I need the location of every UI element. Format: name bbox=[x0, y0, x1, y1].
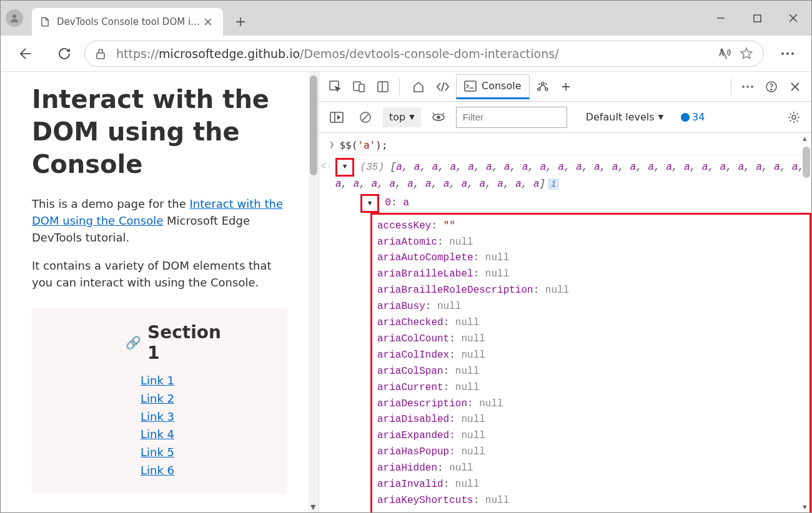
read-aloud-icon[interactable] bbox=[717, 47, 731, 61]
devtools-top-bar: Console bbox=[319, 72, 811, 102]
address-bar[interactable]: https://microsoftedge.github.io/Demos/de… bbox=[84, 41, 764, 67]
url-host: microsoftedge.github.io bbox=[159, 47, 300, 61]
svg-point-22 bbox=[437, 116, 440, 119]
console-command: $$('a'); bbox=[339, 139, 387, 151]
property-row[interactable]: ariaColSpan: null bbox=[377, 364, 797, 380]
property-row[interactable]: ariaCurrent: null bbox=[377, 380, 797, 396]
tab-close-button[interactable] bbox=[201, 14, 215, 29]
index-disclosure-triangle[interactable]: ▼ bbox=[362, 196, 377, 211]
console-icon bbox=[464, 81, 477, 92]
live-expression-icon[interactable] bbox=[427, 106, 450, 129]
devtools-tabs: Console bbox=[407, 74, 576, 99]
context-selector[interactable]: top ▼ bbox=[383, 107, 421, 127]
console-scrollbar[interactable]: ▲ ▼ bbox=[801, 133, 811, 513]
device-toggle-icon[interactable] bbox=[348, 76, 370, 98]
dock-side-icon[interactable] bbox=[372, 76, 394, 98]
svg-point-11 bbox=[542, 82, 544, 85]
info-dot-icon bbox=[681, 113, 690, 122]
window-minimize-button[interactable] bbox=[703, 1, 739, 36]
property-row[interactable]: ariaColCount: null bbox=[377, 331, 797, 348]
console-command-row[interactable]: ❯ $$('a'); bbox=[329, 138, 811, 152]
property-row[interactable]: ariaChecked: null bbox=[377, 315, 797, 331]
property-row[interactable]: ariaBrailleLabel: null bbox=[377, 266, 797, 283]
browser-titlebar: DevTools Console tool DOM inte bbox=[1, 1, 811, 36]
tab-title: DevTools Console tool DOM inte bbox=[57, 16, 201, 27]
divider bbox=[399, 79, 400, 95]
profile-avatar[interactable] bbox=[6, 9, 23, 27]
array-index-0-row[interactable]: ▼ 0: a bbox=[329, 194, 811, 213]
property-row[interactable]: ariaInvalid: null bbox=[377, 477, 797, 493]
devtools-help-button[interactable] bbox=[760, 76, 783, 98]
svg-point-5 bbox=[791, 52, 794, 55]
devtools-more-button[interactable] bbox=[736, 76, 759, 98]
page-paragraph-2: It contains a variety of DOM elements th… bbox=[32, 257, 287, 291]
window-close-button[interactable] bbox=[775, 1, 811, 36]
property-row[interactable]: ariaDisabled: null bbox=[377, 412, 797, 428]
array-disclosure-triangle[interactable]: ▼ bbox=[337, 160, 352, 175]
svg-rect-10 bbox=[465, 81, 476, 91]
link-icon: 🔗 bbox=[126, 335, 141, 350]
more-tabs-button[interactable] bbox=[556, 74, 576, 99]
property-row[interactable]: ariaAtomic: null bbox=[377, 235, 797, 251]
page-scrollbar-thumb[interactable] bbox=[310, 76, 317, 175]
page-paragraph-1: This is a demo page for the Interact wit… bbox=[32, 195, 287, 246]
console-scrollbar-thumb[interactable] bbox=[803, 147, 810, 178]
console-settings-icon[interactable] bbox=[783, 106, 805, 129]
console-filter-input[interactable] bbox=[456, 107, 567, 128]
toggle-sidebar-icon[interactable] bbox=[325, 106, 348, 129]
section-link[interactable]: Link 5 bbox=[141, 444, 225, 462]
section-link[interactable]: Link 4 bbox=[141, 426, 225, 444]
svg-rect-1 bbox=[754, 15, 761, 22]
welcome-tab[interactable] bbox=[407, 74, 430, 99]
devtools-panel: Console bbox=[319, 72, 811, 513]
section-1-links: Link 1Link 2Link 3Link 4Link 5Link 6 bbox=[126, 372, 225, 480]
page-scroll-down-icon[interactable]: ▼ bbox=[310, 503, 315, 511]
favorite-icon[interactable] bbox=[740, 47, 753, 61]
result-chevron-icon: <· bbox=[320, 159, 332, 175]
section-link[interactable]: Link 2 bbox=[141, 390, 225, 408]
section-1-card: 🔗 Section 1 Link 1Link 2Link 3Link 4Link… bbox=[32, 308, 287, 494]
sources-tab[interactable] bbox=[531, 74, 555, 99]
property-row[interactable]: ariaBusy: null bbox=[377, 299, 797, 315]
elements-tab[interactable] bbox=[431, 74, 455, 99]
property-row[interactable]: ariaExpanded: null bbox=[377, 428, 797, 444]
section-link[interactable]: Link 6 bbox=[141, 462, 225, 480]
inspect-element-icon[interactable] bbox=[324, 76, 347, 98]
divider bbox=[731, 79, 731, 95]
console-tab[interactable]: Console bbox=[456, 74, 530, 99]
property-row[interactable]: ariaColIndex: null bbox=[377, 348, 797, 364]
new-tab-button[interactable] bbox=[227, 8, 254, 36]
window-maximize-button[interactable] bbox=[739, 1, 775, 36]
svg-rect-19 bbox=[330, 112, 343, 122]
chevron-down-icon: ▼ bbox=[658, 113, 663, 121]
clear-console-icon[interactable] bbox=[354, 106, 377, 129]
scroll-down-icon[interactable]: ▼ bbox=[803, 504, 807, 511]
section-link[interactable]: Link 1 bbox=[141, 372, 225, 390]
page-scrollbar[interactable]: ▼ bbox=[309, 72, 319, 513]
property-row[interactable]: ariaDescription: null bbox=[377, 396, 797, 413]
levels-selector[interactable]: Default levels ▼ bbox=[586, 111, 663, 123]
svg-rect-9 bbox=[378, 82, 388, 92]
info-badge-icon[interactable]: i bbox=[548, 178, 559, 190]
property-row[interactable]: ariaHidden: null bbox=[377, 461, 797, 477]
property-row[interactable]: ariaBrailleRoleDescription: null bbox=[377, 283, 797, 299]
property-row[interactable]: accessKey: "" bbox=[377, 218, 797, 235]
browser-tab-active[interactable]: DevTools Console tool DOM inte bbox=[32, 8, 223, 36]
svg-point-23 bbox=[792, 115, 796, 119]
svg-point-15 bbox=[746, 86, 749, 88]
scroll-up-icon[interactable]: ▲ bbox=[803, 135, 807, 143]
svg-rect-2 bbox=[97, 53, 104, 59]
section-link[interactable]: Link 3 bbox=[141, 408, 225, 426]
property-row[interactable]: ariaAutoComplete: null bbox=[377, 250, 797, 266]
console-result-array[interactable]: <· ▼ (35) [a, a, a, a, a, a, a, a, a, a,… bbox=[329, 158, 811, 193]
devtools-close-button[interactable] bbox=[784, 76, 806, 98]
property-row[interactable]: ariaKeyShortcuts: null bbox=[377, 493, 797, 509]
svg-point-18 bbox=[771, 89, 772, 90]
refresh-button[interactable] bbox=[51, 40, 78, 67]
url-prefix: https:// bbox=[116, 47, 159, 61]
property-row[interactable]: ariaHasPopup: null bbox=[377, 444, 797, 461]
element-properties-highlight: accessKey: ""ariaAtomic: nullariaAutoCom… bbox=[370, 213, 811, 513]
message-count[interactable]: 34 bbox=[681, 111, 705, 123]
back-button[interactable] bbox=[11, 40, 38, 67]
browser-more-button[interactable] bbox=[774, 40, 801, 67]
